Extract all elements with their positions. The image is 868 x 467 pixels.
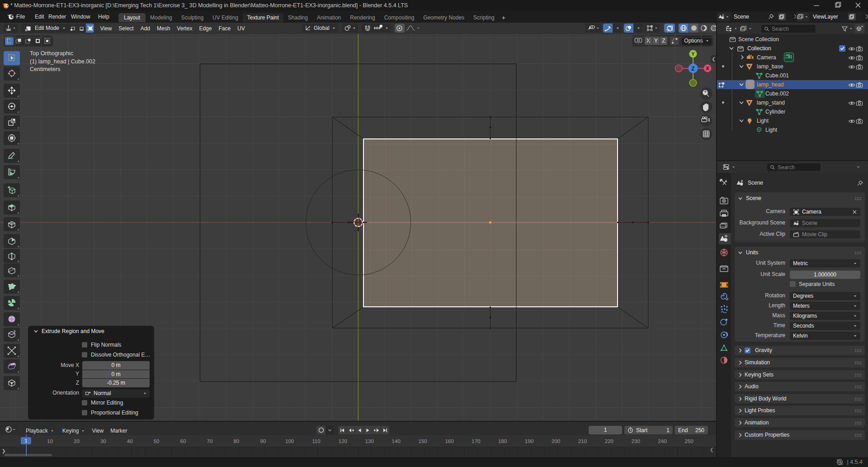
svg-text:Y: Y xyxy=(691,51,695,57)
svg-text:X: X xyxy=(706,66,709,71)
svg-text:Z: Z xyxy=(691,66,694,72)
